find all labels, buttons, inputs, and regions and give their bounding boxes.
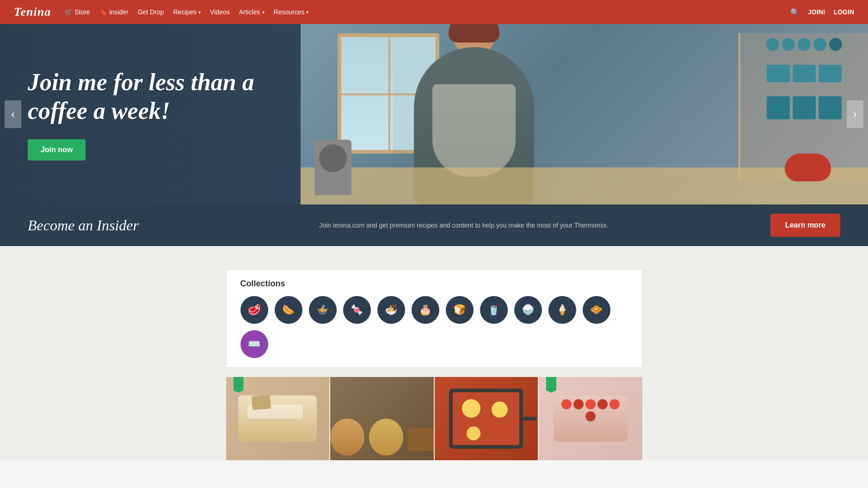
insider-banner: Become an Insider Join tenina.com and ge…	[0, 204, 868, 246]
collection-icon-rice[interactable]: 🍚	[514, 296, 542, 324]
collection-icon-pot[interactable]: 🍲	[309, 296, 337, 324]
hero-prev-button[interactable]: ‹	[5, 100, 21, 128]
recipe-cards-grid	[226, 377, 642, 460]
recipe-card-1[interactable]	[226, 377, 330, 460]
cart-icon: 🛒	[65, 8, 73, 16]
login-button[interactable]: LOGIN	[834, 8, 854, 16]
insider-banner-description: Join tenina.com and get premium recipes …	[185, 220, 743, 230]
collection-icon-candy[interactable]: 🍬	[343, 296, 371, 324]
hero-section: Join me for less than a coffee a week! J…	[0, 24, 868, 204]
collections-icons-row: 🥩 🌭 🍲 🍬 🍜 🎂 🍞 🥤 🍚 🍦 🧇 ⌨️	[240, 296, 628, 358]
nav-store[interactable]: 🛒 Store	[65, 8, 90, 16]
nav-articles[interactable]: Articles ▾	[239, 8, 265, 16]
join-button[interactable]: JOIN!	[808, 8, 825, 16]
nav-resources[interactable]: Resources ▾	[274, 8, 309, 16]
collection-icon-icecream[interactable]: 🍦	[548, 296, 576, 324]
collection-icon-keyboard[interactable]: ⌨️	[240, 330, 268, 358]
hero-next-button[interactable]: ›	[847, 100, 863, 128]
bookmark-1	[234, 377, 244, 393]
chevron-down-icon: ▾	[306, 10, 308, 15]
person-hair	[449, 24, 499, 43]
site-logo[interactable]: Tenina	[14, 5, 51, 19]
nav-insider[interactable]: 🔖 Insider	[99, 8, 129, 16]
collection-icon-meat[interactable]: 🥩	[240, 296, 268, 324]
collection-icon-bread[interactable]: 🍞	[446, 296, 474, 324]
collection-icon-waffle[interactable]: 🧇	[583, 296, 610, 324]
collection-icon-drink[interactable]: 🥤	[480, 296, 508, 324]
hero-title: Join me for less than a coffee a week!	[28, 68, 273, 126]
nav-right: 🔍 JOIN! LOGIN	[790, 8, 854, 17]
navigation: Tenina 🛒 Store 🔖 Insider Get Drop Recipe…	[0, 0, 868, 24]
nav-videos[interactable]: Videos	[210, 8, 230, 16]
hero-text-panel: Join me for less than a coffee a week! J…	[0, 24, 301, 204]
collection-icon-bowl[interactable]: 🍜	[377, 296, 405, 324]
collections-area: Collections 🥩 🌭 🍲 🍬 🍜 🎂 🍞 🥤 🍚 🍦 🧇 ⌨️	[0, 246, 868, 460]
thermomix	[314, 140, 351, 195]
recipe-card-3[interactable]	[435, 377, 538, 460]
red-bowl	[785, 154, 831, 181]
search-icon[interactable]: 🔍	[790, 8, 800, 17]
learn-more-button[interactable]: Learn more	[770, 214, 840, 237]
join-now-button[interactable]: Join now	[28, 139, 86, 161]
chevron-down-icon: ▾	[262, 10, 265, 15]
nav-links: 🛒 Store 🔖 Insider Get Drop Recipes ▾ Vid…	[65, 8, 790, 16]
collections-section: Collections 🥩 🌭 🍲 🍬 🍜 🎂 🍞 🥤 🍚 🍦 🧇 ⌨️	[226, 269, 642, 368]
collection-icon-sausage[interactable]: 🌭	[275, 296, 302, 324]
chevron-down-icon: ▾	[198, 10, 201, 15]
kitchen-counter	[301, 167, 868, 204]
nav-recipes[interactable]: Recipes ▾	[173, 8, 201, 16]
recipe-card-4[interactable]	[539, 377, 642, 460]
bookmark-4	[546, 377, 556, 393]
hero-image-panel	[301, 24, 868, 204]
recipe-card-2[interactable]	[330, 377, 434, 460]
nav-getdrop[interactable]: Get Drop	[138, 8, 164, 16]
bookmark-icon: 🔖	[99, 8, 107, 16]
collections-title: Collections	[240, 279, 628, 289]
collection-icon-cake[interactable]: 🎂	[412, 296, 439, 324]
insider-banner-title: Become an Insider	[28, 217, 157, 234]
